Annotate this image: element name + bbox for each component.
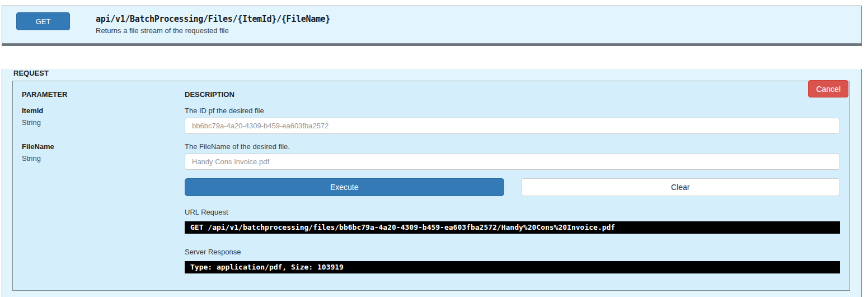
cancel-button[interactable]: Cancel — [808, 80, 848, 98]
parameter-description: The ID pf the desired file — [185, 106, 840, 115]
parameter-cell: FileName String — [13, 142, 185, 170]
server-response-value: Type: application/pdf, Size: 103919 — [185, 261, 840, 273]
table-header-row: PARAMETER DESCRIPTION — [13, 90, 840, 106]
endpoint-description: Returns a file stream of the requested f… — [96, 26, 330, 35]
execute-button[interactable]: Execute — [185, 178, 504, 196]
endpoint-path: api/v1/BatchProcessing/Files/{ItemId}/{F… — [96, 14, 330, 24]
table-row-itemid: ItemId String The ID pf the desired file — [13, 106, 840, 134]
parameter-name: FileName — [22, 142, 185, 151]
table-row-filename: FileName String The FileName of the desi… — [13, 142, 840, 170]
action-buttons: Execute Clear — [185, 178, 840, 196]
endpoint-header: GET api/v1/BatchProcessing/Files/{ItemId… — [2, 6, 862, 44]
url-request-label: URL Request — [185, 208, 840, 216]
url-request-row: URL Request GET /api/v1/batchprocessing/… — [13, 208, 840, 248]
parameter-type: String — [22, 118, 185, 127]
action-row: Execute Clear — [13, 178, 840, 208]
parameter-description: The FileName of the desired file. — [185, 142, 840, 151]
filename-input[interactable] — [185, 154, 840, 170]
header-separator — [2, 44, 862, 46]
description-cell: The ID pf the desired file — [185, 106, 840, 134]
description-column-header: DESCRIPTION — [185, 90, 840, 99]
api-explorer-page: GET api/v1/BatchProcessing/Files/{ItemId… — [0, 0, 868, 297]
url-request-value: GET /api/v1/batchprocessing/files/bb6bc7… — [185, 221, 840, 234]
parameter-name: ItemId — [22, 106, 185, 115]
itemid-input[interactable] — [185, 118, 840, 134]
parameter-type: String — [22, 154, 185, 163]
request-panel: Cancel REQUEST PARAMETER DESCRIPTION Ite… — [2, 69, 862, 297]
request-section-label: REQUEST — [13, 69, 850, 77]
parameter-column-header: PARAMETER — [13, 90, 185, 99]
http-method-get-button[interactable]: GET — [16, 12, 70, 30]
server-response-label: Server Response — [185, 248, 840, 256]
parameter-cell: ItemId String — [13, 106, 185, 134]
description-cell: The FileName of the desired file. — [185, 142, 840, 170]
clear-button[interactable]: Clear — [521, 178, 841, 196]
endpoint-info: api/v1/BatchProcessing/Files/{ItemId}/{F… — [96, 12, 330, 35]
server-response-row: Server Response Type: application/pdf, S… — [13, 248, 840, 273]
parameter-table: PARAMETER DESCRIPTION ItemId String The … — [12, 81, 850, 291]
